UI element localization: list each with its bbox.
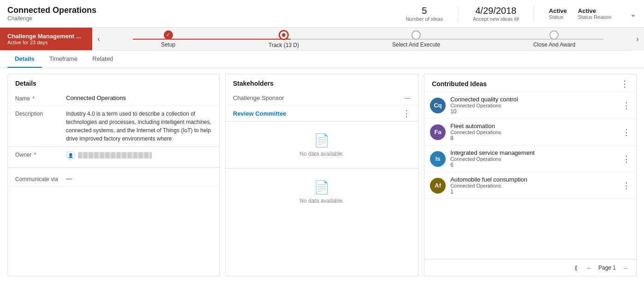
stage-dot-setup: ✓ xyxy=(164,30,173,40)
stage-label-track: Track (13 D) xyxy=(268,42,299,48)
stage-track-active-line xyxy=(133,39,291,40)
review-committee-menu-button[interactable]: ⋮ xyxy=(402,109,411,118)
tabs-bar: Details Timeframe Related xyxy=(0,51,644,68)
stage-bar: Challenge Management ... Active for 23 d… xyxy=(0,28,644,51)
header-chevron-down-icon[interactable]: ⌄ xyxy=(630,9,637,19)
stakeholders-no-data-text: No data available. xyxy=(300,198,344,204)
header-title-block: Connected Operations Challenge xyxy=(7,6,405,22)
idea-title: Automobile fuel consumption xyxy=(450,176,618,183)
meta-divider-2 xyxy=(534,6,534,22)
name-label: Name * xyxy=(15,94,66,102)
idea-subtitle: Connected Operations xyxy=(450,156,618,162)
stage-dot-close xyxy=(549,30,559,40)
list-item: Fa Fleet automation Connected Operations… xyxy=(424,119,636,146)
idea-menu-button[interactable]: ⋮ xyxy=(622,101,631,110)
stage-label-setup: Setup xyxy=(161,41,175,48)
ideas-card: Contributed Ideas ⋮ Cq Connected quality… xyxy=(424,74,637,276)
page-next-button[interactable]: → xyxy=(620,262,631,273)
idea-subtitle: Connected Operations xyxy=(450,183,618,188)
header: Connected Operations Challenge 5 Number … xyxy=(0,0,644,28)
idea-menu-button[interactable]: ⋮ xyxy=(622,155,631,163)
header-meta: 5 Number of ideas 4/29/2018 Accept new i… xyxy=(405,6,637,22)
idea-avatar: Af xyxy=(430,178,446,194)
date-value: 4/29/2018 xyxy=(473,6,519,16)
owner-name-blurred xyxy=(78,152,152,159)
stage-dot-track xyxy=(279,30,289,40)
stage-next-button[interactable]: › xyxy=(631,28,644,51)
stakeholders-no-data: 📄 No data available. xyxy=(226,169,418,215)
tab-timeframe[interactable]: Timeframe xyxy=(42,51,85,68)
status-reason-item: Active Status Reason xyxy=(578,7,611,20)
page-first-button[interactable]: ⟪ xyxy=(571,262,582,273)
tab-details[interactable]: Details xyxy=(7,51,42,68)
sponsor-value: --- xyxy=(405,94,411,101)
idea-menu-button[interactable]: ⋮ xyxy=(622,182,631,190)
idea-info: Integrated service management Connected … xyxy=(450,149,618,168)
tab-related[interactable]: Related xyxy=(85,51,120,68)
stage-label-select: Select And Execute xyxy=(392,41,440,48)
stage-prev-button[interactable]: ‹ xyxy=(92,28,105,51)
header-subtitle: Challenge xyxy=(7,15,405,22)
stakeholders-card-title: Stakeholders xyxy=(226,74,418,91)
stage-label-close: Close And Award xyxy=(533,41,575,48)
stage-active-item: Challenge Management ... Active for 23 d… xyxy=(0,28,92,50)
owner-required: * xyxy=(32,152,36,158)
main-content: Details Name * Connected Operations Desc… xyxy=(0,68,644,282)
details-card-title: Details xyxy=(8,74,219,91)
status-reason-value: Active xyxy=(578,7,611,14)
owner-person-icon: 👤 xyxy=(66,151,75,160)
name-value: Connected Operations xyxy=(66,94,212,101)
communicate-label: Communicate via xyxy=(15,175,66,182)
idea-count: 1 xyxy=(450,188,618,195)
description-label: Description xyxy=(15,110,66,117)
details-row-description: Description Industry 4.0 is a term used … xyxy=(8,106,219,147)
sponsor-label: Challenge Sponsor xyxy=(233,94,405,101)
name-required: * xyxy=(31,95,35,102)
ideas-card-menu-button[interactable]: ⋮ xyxy=(620,80,629,88)
owner-value: 👤 xyxy=(66,151,212,160)
ideas-list: Cq Connected quality control Connected O… xyxy=(424,92,636,259)
communicate-value: --- xyxy=(66,175,212,182)
idea-avatar: Cq xyxy=(430,98,446,113)
idea-avatar: Is xyxy=(430,151,446,167)
pagination: ⟪ ← Page 1 → xyxy=(424,259,636,276)
idea-count: 8 xyxy=(450,135,618,141)
idea-count: 10 xyxy=(450,108,618,115)
ideas-count: 5 xyxy=(405,6,443,16)
app-title: Connected Operations xyxy=(7,6,405,15)
stage-step-track: Track (13 D) xyxy=(268,30,299,48)
idea-info: Automobile fuel consumption Connected Op… xyxy=(450,176,618,195)
ideas-card-title: Contributed Ideas xyxy=(432,80,620,88)
status-item: Active Status xyxy=(549,7,567,20)
owner-label: Owner * xyxy=(15,151,66,158)
details-card: Details Name * Connected Operations Desc… xyxy=(7,74,220,276)
review-committee-no-data-text: No data available. xyxy=(300,151,344,157)
idea-title: Integrated service management xyxy=(450,149,618,156)
idea-subtitle: Connected Operations xyxy=(450,129,618,135)
idea-menu-button[interactable]: ⋮ xyxy=(622,128,631,136)
idea-avatar: Fa xyxy=(430,124,446,140)
idea-count: 6 xyxy=(450,162,618,168)
status-block: Active Status Active Status Reason xyxy=(549,7,611,20)
date-block: 4/29/2018 Accept new ideas till xyxy=(473,6,519,22)
ideas-count-label: Number of ideas xyxy=(405,16,443,22)
stage-step-select: Select And Execute xyxy=(392,30,440,48)
idea-info: Fleet automation Connected Operations 8 xyxy=(450,123,618,141)
idea-subtitle: Connected Operations xyxy=(450,103,618,108)
page-prev-button[interactable]: ← xyxy=(584,262,595,273)
review-committee-row: Review Committee ⋮ xyxy=(226,106,418,122)
stage-dot-select xyxy=(411,30,421,40)
list-item: Cq Connected quality control Connected O… xyxy=(424,92,636,119)
sponsor-row: Challenge Sponsor --- xyxy=(226,91,418,106)
review-committee-no-data: 📄 No data available. xyxy=(226,122,418,169)
date-label: Accept new ideas till xyxy=(473,16,519,22)
review-committee-empty-icon: 📄 xyxy=(314,133,330,148)
details-row-owner: Owner * 👤 xyxy=(8,147,219,168)
stage-active-title: Challenge Management ... xyxy=(7,33,85,40)
page-label: Page 1 xyxy=(596,264,618,271)
status-reason-label: Status Reason xyxy=(578,14,611,20)
idea-info: Connected quality control Connected Oper… xyxy=(450,96,618,115)
details-row-communicate: Communicate via --- xyxy=(8,171,219,187)
meta-divider-1 xyxy=(458,6,458,22)
stakeholders-card: Stakeholders Challenge Sponsor --- Revie… xyxy=(225,74,418,276)
